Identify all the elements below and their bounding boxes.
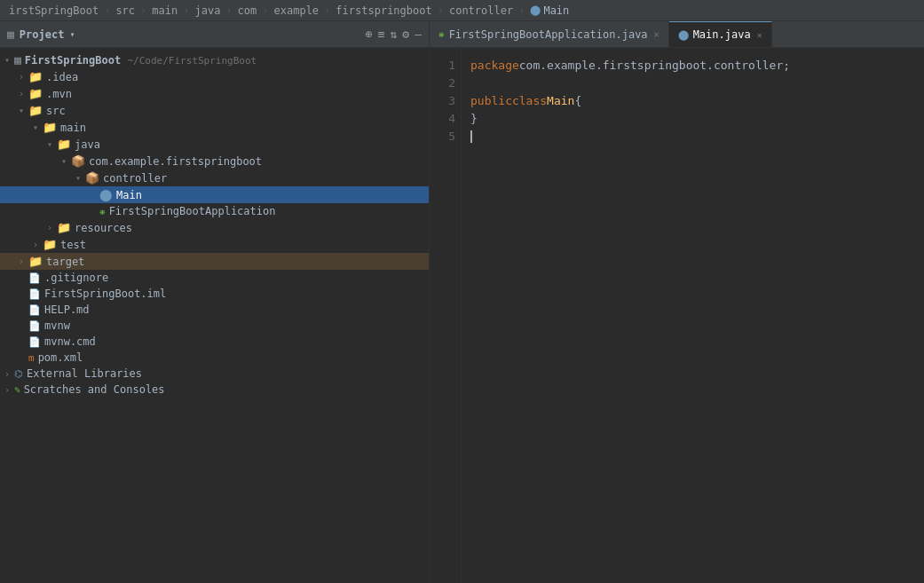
breadcrumb-com: com — [238, 4, 257, 17]
tab-close-main[interactable]: ✕ — [757, 30, 762, 40]
xml-file-icon: m — [28, 352, 35, 364]
folder-icon: 📁 — [28, 87, 43, 100]
tree-item-test[interactable]: › 📁 test — [0, 236, 429, 253]
tree-label-mvnw-cmd: mvnw.cmd — [44, 335, 96, 348]
tree-item-target[interactable]: › 📁 target — [0, 253, 429, 270]
chevron-right-icon: › — [0, 385, 14, 395]
tree-label-root: FirstSpringBoot ~/Code/FirstSpringBoot — [25, 54, 257, 67]
code-line-4: } — [470, 110, 915, 128]
tree-label-resources: resources — [75, 222, 132, 234]
tree-label-src: src — [46, 105, 66, 117]
tree-item-pom[interactable]: › m pom.xml — [0, 350, 429, 366]
code-line-2 — [470, 75, 915, 92]
breadcrumb-controller: controller — [449, 4, 513, 17]
tree-label-mvnw: mvnw — [44, 319, 70, 332]
tree-label-iml: FirstSpringBoot.iml — [44, 288, 166, 300]
chevron-down-icon: ▾ — [71, 173, 85, 183]
editor-tabs: ❋ FirstSpringBootApplication.java ✕ ⬤ Ma… — [430, 21, 924, 48]
sidebar-actions: ⊕ ≡ ⇅ ⚙ – — [366, 28, 422, 41]
breadcrumb-main-class: Main — [543, 4, 569, 17]
package-icon: 📦 — [71, 154, 85, 168]
tree-label-main-class: Main — [116, 189, 142, 201]
tree-item-mvnw-cmd[interactable]: › 📄 mvnw.cmd — [0, 334, 429, 350]
breadcrumb-class-icon: ⬤ — [530, 4, 541, 16]
tree-item-java[interactable]: ▾ 📁 java — [0, 136, 429, 153]
tree-item-controller[interactable]: ▾ 📦 controller — [0, 169, 429, 186]
project-folder-icon: ▦ — [14, 53, 21, 67]
folder-icon: 📁 — [43, 121, 57, 134]
tree-label-target: target — [46, 256, 84, 268]
scratches-icon: ✎ — [14, 384, 20, 396]
tree-label-external-libraries: External Libraries — [27, 367, 142, 380]
breadcrumb-main: main — [152, 4, 178, 17]
iml-file-icon: 📄 — [28, 288, 41, 300]
sort-icon[interactable]: ⇅ — [391, 28, 398, 41]
settings-icon[interactable]: ⚙ — [402, 28, 409, 41]
breadcrumb: irstSpringBoot › src › main › java › com… — [0, 0, 924, 21]
cmd-file-icon: 📄 — [28, 336, 41, 348]
tab-main[interactable]: ⬤ Main.java ✕ — [669, 21, 772, 47]
java-folder-icon: 📁 — [57, 138, 71, 151]
package-path: com.example.firstspringboot.controller; — [519, 57, 790, 75]
breadcrumb-src: src — [115, 4, 135, 17]
tree-label-scratches: Scratches and Consoles — [24, 383, 165, 396]
tree-item-helpmd[interactable]: › 📄 HELP.md — [0, 302, 429, 318]
tree-item-resources[interactable]: › 📁 resources — [0, 219, 429, 236]
tree-label-spring-app: FirstSpringBootApplication — [109, 205, 276, 217]
chevron-right-icon: › — [43, 223, 57, 232]
tree-item-mvnw[interactable]: › 📄 mvnw — [0, 318, 429, 334]
chevron-down-icon: ▾ — [43, 139, 57, 149]
sidebar-tree: ▾ ▦ FirstSpringBoot ~/Code/FirstSpringBo… — [0, 48, 429, 583]
breadcrumb-firstspringboot: firstspringboot — [336, 4, 431, 17]
tab-firstspringboot-app[interactable]: ❋ FirstSpringBootApplication.java ✕ — [430, 21, 669, 47]
tree-item-package-root[interactable]: ▾ 📦 com.example.firstspringboot — [0, 153, 429, 169]
gitignore-file-icon: 📄 — [28, 272, 41, 284]
code-content[interactable]: package com.example.firstspringboot.cont… — [462, 48, 924, 583]
sidebar-title: Project — [20, 28, 65, 41]
text-cursor — [470, 130, 472, 143]
tree-item-main-class[interactable]: › ⬤ Main — [0, 186, 429, 203]
md-file-icon: 📄 — [28, 304, 41, 316]
keyword-package: package — [470, 57, 519, 75]
sidebar-dropdown-icon[interactable]: ▾ — [69, 29, 75, 39]
project-icon: ▦ — [7, 28, 14, 41]
tree-item-iml[interactable]: › 📄 FirstSpringBoot.iml — [0, 286, 429, 302]
locate-icon[interactable]: ⊕ — [366, 28, 373, 41]
tab-label-main: Main.java — [693, 28, 751, 41]
tree-item-external-libraries[interactable]: › ⌬ External Libraries — [0, 366, 429, 382]
tree-label-pom: pom.xml — [38, 351, 83, 364]
chevron-right-icon: › — [28, 240, 43, 249]
code-editor[interactable]: 1 2 3 4 5 package com.example.firstsprin… — [430, 48, 924, 583]
breadcrumb-project: irstSpringBoot — [9, 4, 99, 17]
tree-item-idea[interactable]: › 📁 .idea — [0, 68, 429, 85]
target-folder-icon: 📁 — [28, 255, 43, 268]
tree-label-package-root: com.example.firstspringboot — [89, 155, 262, 168]
src-folder-icon: 📁 — [28, 104, 43, 117]
spring-class-icon: ❋ — [99, 206, 106, 217]
java-class-icon: ⬤ — [99, 188, 113, 201]
folder-icon: 📁 — [28, 70, 43, 83]
brace-open: { — [574, 92, 581, 110]
tree-item-scratches[interactable]: › ✎ Scratches and Consoles — [0, 382, 429, 398]
tree-item-main-folder[interactable]: ▾ 📁 main — [0, 119, 429, 136]
collapse-all-icon[interactable]: ≡ — [378, 28, 385, 41]
tab-close-firstspringboot[interactable]: ✕ — [654, 29, 659, 39]
tree-item-mvn[interactable]: › 📁 .mvn — [0, 85, 429, 102]
library-icon: ⌬ — [14, 368, 23, 380]
tree-item-root[interactable]: ▾ ▦ FirstSpringBoot ~/Code/FirstSpringBo… — [0, 51, 429, 68]
tree-item-gitignore[interactable]: › 📄 .gitignore — [0, 270, 429, 286]
chevron-right-icon: › — [14, 256, 28, 266]
chevron-down-icon: ▾ — [57, 156, 71, 166]
code-line-1: package com.example.firstspringboot.cont… — [470, 57, 915, 75]
tree-item-spring-app[interactable]: › ❋ FirstSpringBootApplication — [0, 203, 429, 219]
tree-item-src[interactable]: ▾ 📁 src — [0, 102, 429, 119]
tree-label-controller: controller — [103, 172, 167, 185]
chevron-right-icon: › — [0, 369, 14, 379]
tree-label-main-folder: main — [60, 122, 86, 134]
editor-area: ❋ FirstSpringBootApplication.java ✕ ⬤ Ma… — [430, 21, 924, 583]
code-line-3: public class Main { — [470, 92, 915, 110]
spring-tab-icon: ❋ — [438, 28, 445, 40]
hide-icon[interactable]: – — [415, 28, 422, 41]
chevron-down-icon: ▾ — [0, 55, 14, 65]
tree-label-gitignore: .gitignore — [44, 272, 108, 284]
